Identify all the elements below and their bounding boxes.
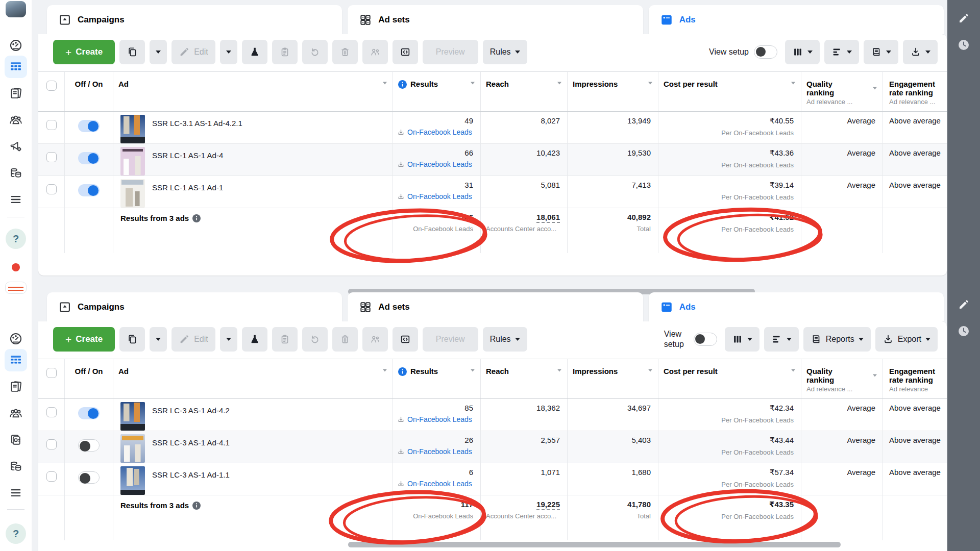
edit-options-button[interactable] (220, 327, 237, 352)
info-icon[interactable] (192, 214, 201, 222)
pages-icon[interactable] (9, 86, 23, 101)
tab-campaigns[interactable]: Campaigns (47, 292, 342, 321)
select-all-checkbox[interactable] (46, 368, 57, 378)
edit-options-button[interactable] (220, 40, 237, 64)
ad-toggle[interactable] (78, 184, 100, 196)
result-type-link[interactable]: On-Facebook Leads (407, 160, 472, 168)
assign-people-button[interactable] (362, 40, 388, 64)
ads-megaphone-icon[interactable] (9, 139, 23, 154)
total-reach[interactable]: 18,061 (536, 213, 560, 223)
view-setup-switch[interactable] (694, 333, 717, 346)
tab-campaigns[interactable]: Campaigns (47, 5, 342, 34)
tab-ad-sets[interactable]: Ad sets (348, 292, 643, 321)
create-button[interactable]: Create (53, 327, 115, 352)
export-button[interactable] (903, 40, 938, 64)
columns-button[interactable] (725, 327, 760, 352)
undo-button[interactable] (302, 40, 328, 64)
column-impressions[interactable]: Impressions (573, 367, 618, 375)
sort-caret-icon[interactable] (557, 82, 561, 85)
recent-clock-icon[interactable] (958, 39, 970, 51)
column-reach[interactable]: Reach (486, 80, 509, 88)
ad-toggle[interactable] (78, 407, 100, 419)
row-checkbox[interactable] (46, 471, 57, 482)
audiences-icon[interactable] (9, 113, 23, 127)
column-reach[interactable]: Reach (486, 367, 509, 375)
api-arrows-button[interactable] (393, 40, 418, 64)
campaigns-table-icon[interactable] (9, 353, 23, 367)
export-button[interactable]: Export (875, 327, 938, 352)
billing-coins-icon[interactable] (9, 459, 23, 473)
edit-pencil-icon[interactable] (958, 298, 970, 311)
edit-pencil-icon[interactable] (958, 12, 970, 24)
ad-name[interactable]: SSR LC-1 AS-1 Ad-4 (152, 147, 223, 176)
download-leads-icon[interactable] (397, 480, 405, 488)
all-tools-menu-icon[interactable] (9, 486, 23, 500)
account-avatar[interactable] (6, 1, 26, 17)
duplicate-button[interactable] (119, 327, 145, 352)
column-off-on[interactable]: Off / On (75, 80, 103, 88)
reports-button[interactable] (864, 40, 898, 64)
breakdown-button[interactable] (764, 327, 799, 352)
view-setup-switch[interactable] (754, 45, 777, 59)
delete-button[interactable] (332, 40, 358, 64)
result-type-link[interactable]: On-Facebook Leads (407, 480, 472, 488)
ab-test-button[interactable] (242, 40, 267, 64)
column-off-on[interactable]: Off / On (75, 367, 103, 375)
column-cost-per-result[interactable]: Cost per result (664, 367, 718, 375)
sort-caret-icon[interactable] (471, 82, 475, 85)
pages-icon[interactable] (9, 380, 23, 394)
duplicate-options-button[interactable] (150, 327, 167, 352)
tab-ads[interactable]: Ads (649, 5, 944, 34)
sort-caret-icon[interactable] (791, 82, 795, 85)
all-tools-menu-icon[interactable] (9, 192, 23, 207)
result-type-link[interactable]: On-Facebook Leads (407, 415, 472, 423)
reports-button[interactable]: Reports (803, 327, 871, 352)
row-checkbox[interactable] (46, 407, 57, 417)
ad-name[interactable]: SSR LC-3.1 AS-1 Ad-4.2.1 (152, 115, 242, 143)
breakdown-button[interactable] (824, 40, 859, 64)
result-type-link[interactable]: On-Facebook Leads (407, 128, 472, 136)
column-results[interactable]: Results (410, 367, 438, 375)
column-ad[interactable]: Ad (118, 367, 129, 375)
columns-button[interactable] (785, 40, 820, 64)
edit-button[interactable]: Edit (172, 327, 215, 352)
ad-toggle[interactable] (78, 471, 100, 484)
sort-caret-icon[interactable] (873, 87, 877, 90)
ab-test-button[interactable] (242, 327, 267, 352)
create-button[interactable]: Create (53, 40, 115, 64)
help-icon[interactable] (6, 523, 26, 544)
clipboard-button[interactable] (272, 327, 298, 352)
assign-people-button[interactable] (362, 327, 388, 352)
ad-name[interactable]: SSR LC-3 AS-1 Ad-4.2 (152, 402, 230, 431)
edit-button[interactable]: Edit (172, 40, 215, 64)
row-checkbox[interactable] (46, 120, 57, 130)
info-icon[interactable] (398, 367, 407, 376)
row-checkbox[interactable] (46, 439, 57, 449)
delete-button[interactable] (332, 327, 358, 352)
sort-caret-icon[interactable] (471, 369, 475, 372)
row-checkbox[interactable] (46, 152, 57, 162)
preview-button[interactable]: Preview (423, 327, 478, 352)
total-reach[interactable]: 19,225 (536, 500, 560, 510)
row-checkbox[interactable] (46, 184, 57, 194)
api-arrows-button[interactable] (393, 327, 418, 352)
campaigns-table-icon[interactable] (9, 60, 23, 74)
download-leads-icon[interactable] (397, 129, 405, 136)
ad-name[interactable]: SSR LC-3 AS-1 Ad-4.1 (152, 434, 230, 463)
result-type-link[interactable]: On-Facebook Leads (407, 192, 472, 201)
download-leads-icon[interactable] (397, 448, 405, 456)
sort-caret-icon[interactable] (648, 82, 652, 85)
billing-coins-icon[interactable] (9, 166, 23, 180)
sort-caret-icon[interactable] (791, 369, 795, 372)
column-quality-ranking[interactable]: Quality ranking (806, 80, 849, 97)
tab-ad-sets[interactable]: Ad sets (348, 5, 643, 34)
tab-ads[interactable]: Ads (649, 292, 944, 321)
download-leads-icon[interactable] (397, 193, 405, 201)
duplicate-options-button[interactable] (150, 40, 167, 64)
duplicate-button[interactable] (119, 40, 145, 64)
horizontal-scrollbar[interactable] (348, 542, 841, 547)
rules-button[interactable]: Rules (483, 40, 527, 64)
column-engagement-ranking[interactable]: Engagement rate ranking (889, 367, 942, 384)
column-engagement-ranking[interactable]: Engagement rate ranking (889, 80, 940, 97)
dashboard-gauge-icon[interactable] (9, 38, 23, 53)
